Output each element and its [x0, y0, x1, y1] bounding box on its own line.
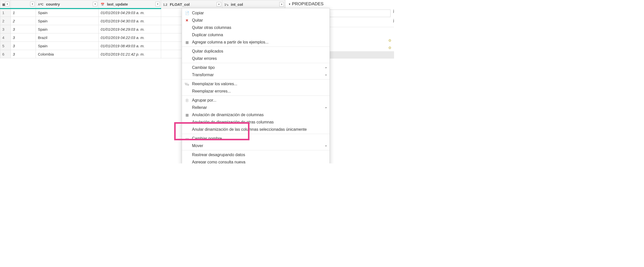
menu-rename[interactable]: ▭Cambiar nombre... — [182, 135, 330, 142]
column-label: int_col — [231, 2, 243, 7]
cell-country[interactable]: Spain — [36, 25, 99, 33]
menu-unpivot[interactable]: ▦Anulación de dinamización de columnas — [182, 111, 330, 118]
menu-copy[interactable]: 📄Copiar — [182, 9, 330, 17]
cell-country[interactable]: Brazil — [36, 33, 99, 42]
chevron-right-icon: ▸ — [326, 73, 327, 76]
chevron-right-icon: ▸ — [326, 144, 327, 147]
menu-unpivot-other[interactable]: Anulación de dinamización de otras colum… — [182, 118, 330, 126]
column-context-menu: 📄Copiar ✖Quitar Quitar otras columnas Du… — [182, 8, 330, 163]
decimal-type-icon: 1.2 — [163, 3, 167, 7]
cell-last-update[interactable]: 01/01/2019 08:49:03 a. m. — [99, 42, 161, 50]
group-icon: ⌸ — [184, 98, 189, 102]
row-number: 2 — [0, 17, 11, 25]
menu-remove-other[interactable]: Quitar otras columnas — [182, 24, 330, 31]
cell-last-update[interactable]: 01/01/2019 04:29:03 a. m. — [99, 9, 161, 17]
row-number: 4 — [0, 33, 11, 42]
row-number: 1 — [0, 9, 11, 17]
row-number: 5 — [0, 42, 11, 50]
menu-replace-values[interactable]: ½₂Reemplazar los valores... — [182, 80, 330, 87]
menu-remove-errors[interactable]: Quitar errores — [182, 55, 330, 62]
cell-last-update[interactable]: 01/01/2019 04:29:03 a. m. — [99, 25, 161, 33]
gear-icon[interactable]: ⚙ — [388, 38, 392, 42]
menu-replace-errors[interactable]: Reemplazar errores... — [182, 87, 330, 95]
menu-group-by[interactable]: ⌸Agrupar por... — [182, 97, 330, 104]
datetime-type-icon: 📅 — [101, 3, 104, 6]
dropdown-icon[interactable]: ▾ — [30, 2, 35, 6]
menu-unpivot-selected[interactable]: Anular dinamización de las columnas sele… — [182, 126, 330, 133]
row-number: 3 — [0, 25, 11, 33]
cell-country[interactable]: Colombia — [36, 50, 99, 58]
truncated-char: j — [393, 9, 394, 13]
truncated-char: j — [393, 18, 394, 22]
table-plus-icon: ▦ — [184, 40, 189, 44]
menu-fill[interactable]: Rellenar▸ — [182, 104, 330, 111]
menu-separator — [182, 134, 330, 134]
column-label: last_update — [107, 2, 128, 6]
table-icon: ▦ — [2, 3, 5, 6]
chevron-right-icon: ▸ — [326, 106, 327, 109]
row-number: 6 — [0, 50, 11, 58]
column-header-float-col[interactable]: 1.2 FLOAT_col ▾ — [161, 0, 222, 9]
gear-icon[interactable]: ⚙ — [388, 46, 392, 50]
properties-title: PROPIEDADES — [292, 2, 324, 7]
dropdown-icon[interactable]: ▾ — [93, 2, 97, 6]
dropdown-icon[interactable]: ▾ — [155, 2, 160, 6]
dropdown-icon[interactable]: ▾ — [5, 2, 10, 6]
column-header-country[interactable]: AᴮC country ▾ — [36, 0, 99, 9]
delete-icon: ✖ — [184, 18, 189, 22]
rename-icon: ▭ — [184, 137, 189, 141]
menu-remove[interactable]: ✖Quitar — [182, 17, 330, 24]
menu-separator — [182, 96, 330, 96]
menu-separator — [182, 63, 330, 63]
cell-last-update[interactable]: 01/01/2019 04:22:03 a. m. — [99, 33, 161, 42]
cell-last-update[interactable]: 01/01/2019 04:30:03 a. m. — [99, 17, 161, 25]
cell-index[interactable]: 1 — [11, 9, 36, 17]
column-header-last-update[interactable]: 📅 last_update ▾ — [99, 0, 161, 9]
menu-add-from-examples[interactable]: ▦Agregar columna a partir de los ejemplo… — [182, 38, 330, 46]
cell-last-update[interactable]: 01/01/2019 01:21:42 p. m. — [99, 50, 161, 58]
unpivot-icon: ▦ — [184, 113, 189, 117]
menu-separator — [182, 79, 330, 79]
menu-remove-duplicates[interactable]: Quitar duplicados — [182, 48, 330, 55]
column-header-index[interactable]: ▾ — [11, 0, 36, 9]
cell-index[interactable]: 2 — [11, 17, 36, 25]
menu-drill-down[interactable]: Rastrear desagrupando datos — [182, 151, 330, 158]
cell-country[interactable]: Spain — [36, 42, 99, 50]
cell-country[interactable]: Spain — [36, 17, 99, 25]
column-label: country — [46, 2, 60, 6]
cell-index[interactable]: 3 — [11, 50, 36, 58]
menu-add-as-query[interactable]: Agregar como consulta nueva — [182, 158, 330, 163]
rowheader-corner[interactable]: ▦ ▾ — [0, 0, 11, 9]
cell-country[interactable]: Spain — [36, 9, 99, 17]
cell-index[interactable]: 3 — [11, 33, 36, 42]
menu-duplicate[interactable]: Duplicar columna — [182, 31, 330, 38]
menu-separator — [182, 47, 330, 47]
chevron-right-icon: ▸ — [326, 66, 327, 69]
data-grid: ▦ ▾ ▾ AᴮC country ▾ 📅 last_update ▾ — [0, 0, 285, 163]
cell-index[interactable]: 3 — [11, 25, 36, 33]
column-header-int-col[interactable]: 1²₃ int_col ▾ — [222, 0, 285, 9]
integer-type-icon: 1²₃ — [224, 3, 228, 7]
properties-heading[interactable]: ▾ PROPIEDADES — [289, 2, 391, 7]
caret-down-icon: ▾ — [289, 3, 290, 6]
cell-index[interactable]: 3 — [11, 42, 36, 50]
column-label: FLOAT_col — [170, 2, 190, 7]
dropdown-icon[interactable]: ▾ — [217, 2, 221, 7]
menu-move[interactable]: Mover▸ — [182, 142, 330, 149]
replace-icon: ½₂ — [184, 82, 189, 86]
menu-separator — [182, 150, 330, 150]
menu-change-type[interactable]: Cambiar tipo▸ — [182, 64, 330, 71]
menu-transform[interactable]: Transformar▸ — [182, 71, 330, 78]
copy-icon: 📄 — [184, 11, 189, 15]
dropdown-icon[interactable]: ▾ — [279, 2, 284, 7]
text-type-icon: AᴮC — [38, 3, 43, 6]
